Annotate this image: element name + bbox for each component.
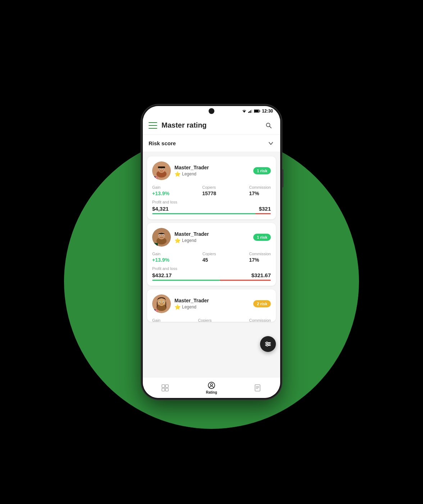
side-button	[282, 169, 283, 187]
svg-point-14	[159, 169, 160, 169]
trader-card-2[interactable]: 🇵🇰 Master_Trader ⭐ Legend 1 risk	[147, 223, 276, 286]
pnl-left-1: $4,321	[152, 206, 169, 212]
risk-badge-1: 1 risk	[253, 167, 271, 174]
svg-point-23	[163, 235, 164, 236]
pnl-left-2: $432.17	[152, 272, 172, 278]
svg-rect-16	[158, 166, 165, 168]
trader-name-3: Master_Trader	[174, 298, 253, 303]
progress-green-2	[152, 280, 220, 281]
bottom-nav: Rating	[143, 377, 280, 398]
battery-icon	[254, 109, 260, 113]
filter-label: Risk score	[149, 140, 267, 146]
trader-card[interactable]: 🇲🇾 Master_Trader ⭐ Legend 1 risk	[147, 156, 276, 219]
pnl-label-2: Profit and loss	[152, 266, 271, 271]
risk-badge-2: 1 risk	[253, 234, 271, 241]
stat-commission-1: Commission 17%	[249, 185, 271, 196]
badge-label-3: Legend	[182, 304, 196, 310]
stat-copiers-1: Copiers 15778	[202, 185, 216, 196]
progress-red-2	[220, 280, 271, 281]
svg-rect-0	[248, 112, 249, 113]
progress-bar-2	[152, 280, 271, 281]
star-icon-3: ⭐	[174, 304, 181, 310]
svg-rect-6	[254, 110, 259, 112]
content-area: 🇲🇾 Master_Trader ⭐ Legend 1 risk	[143, 152, 280, 377]
menu-icon[interactable]	[149, 122, 157, 129]
svg-rect-37	[162, 385, 165, 388]
svg-point-35	[268, 343, 270, 345]
stats-row-3: Gain Copiers Commission	[152, 318, 271, 322]
stats-row-1: Gain +13.9% Copiers 15778 Commission 17%	[152, 185, 271, 196]
search-button[interactable]	[263, 120, 274, 131]
stat-gain-1: Gain +13.9%	[152, 185, 169, 196]
filter-row[interactable]: Risk score	[143, 135, 280, 152]
card-header-1: 🇲🇾 Master_Trader ⭐ Legend 1 risk	[152, 161, 271, 180]
stat-commission-value-1: 17%	[249, 191, 271, 196]
menu-line-1	[149, 122, 157, 123]
nav-rating-label: Rating	[206, 390, 217, 394]
svg-rect-38	[165, 385, 168, 388]
risk-badge-3: 2 risk	[253, 300, 271, 307]
svg-point-26	[158, 299, 165, 306]
progress-green-1	[152, 213, 255, 214]
trader-badge-2: ⭐ Legend	[174, 238, 253, 243]
stat-gain-value-2: +13.9%	[152, 257, 169, 263]
app-header: Master rating	[143, 116, 280, 135]
nav-item-docs[interactable]	[253, 384, 262, 392]
stat-commission-label-2: Commission	[249, 252, 271, 256]
pnl-row-2: $432.17 $321.67	[152, 272, 271, 278]
page-background: 12:30 Master rating	[0, 0, 423, 504]
trader-card-3[interactable]: 🇲🇾 Master_Trader ⭐ Legend 2 risk	[147, 289, 276, 322]
stats-row-2: Gain +13.9% Copiers 45 Commission 17%	[152, 252, 271, 263]
card-header-3: 🇲🇾 Master_Trader ⭐ Legend 2 risk	[152, 294, 271, 313]
stat-copiers-label-2: Copiers	[203, 252, 216, 256]
svg-point-22	[159, 235, 160, 236]
pnl-row-1: $4,321 $321	[152, 206, 271, 212]
wifi-icon	[242, 109, 247, 113]
pnl-section-1: Profit and loss $4,321 $321	[152, 200, 271, 214]
trader-name-2: Master_Trader	[174, 231, 253, 237]
nav-home-icon	[161, 384, 169, 392]
camera-notch	[209, 108, 214, 114]
stat-commission-3: Commission	[249, 318, 271, 322]
avatar-3: 🇲🇾	[152, 294, 171, 313]
pnl-label-1: Profit and loss	[152, 200, 271, 204]
progress-bar-1	[152, 213, 271, 214]
stat-copiers-value-1: 15778	[202, 191, 216, 196]
svg-line-8	[270, 126, 272, 128]
progress-red-1	[255, 213, 271, 214]
svg-point-15	[163, 169, 164, 169]
nav-item-rating[interactable]: Rating	[206, 381, 217, 394]
svg-rect-40	[165, 388, 168, 391]
stat-copiers-2: Copiers 45	[203, 252, 216, 263]
svg-rect-2	[250, 110, 251, 113]
star-icon-2: ⭐	[174, 238, 181, 243]
nav-docs-icon	[253, 384, 262, 392]
chevron-down-icon[interactable]	[267, 140, 274, 147]
svg-rect-3	[251, 110, 252, 113]
card-header-2: 🇵🇰 Master_Trader ⭐ Legend 1 risk	[152, 228, 271, 247]
nav-item-home[interactable]	[161, 384, 169, 392]
stat-commission-label-3: Commission	[249, 318, 271, 322]
page-title: Master rating	[162, 121, 263, 129]
filter-fab-button[interactable]	[260, 336, 276, 352]
stat-copiers-value-2: 45	[203, 257, 216, 263]
stat-gain-label-2: Gain	[152, 252, 169, 256]
pnl-right-1: $321	[259, 206, 271, 212]
trader-badge-1: ⭐ Legend	[174, 171, 253, 177]
stat-gain-2: Gain +13.9%	[152, 252, 169, 263]
pnl-section-2: Profit and loss $432.17 $321.67	[152, 266, 271, 281]
svg-point-34	[266, 342, 268, 343]
svg-point-36	[267, 345, 268, 346]
stat-copiers-label-1: Copiers	[202, 185, 216, 189]
stat-gain-label-3: Gain	[152, 318, 160, 322]
trader-info-1: Master_Trader ⭐ Legend	[174, 165, 253, 177]
avatar-2: 🇵🇰	[152, 228, 171, 247]
stat-gain-3: Gain	[152, 318, 160, 322]
search-icon	[265, 122, 272, 129]
avatar-1: 🇲🇾	[152, 161, 171, 180]
phone-device: 12:30 Master rating	[141, 105, 282, 399]
phone-frame: 12:30 Master rating	[141, 105, 282, 399]
svg-rect-39	[162, 388, 165, 391]
stat-commission-label-1: Commission	[249, 185, 271, 189]
stat-commission-2: Commission 17%	[249, 252, 271, 263]
